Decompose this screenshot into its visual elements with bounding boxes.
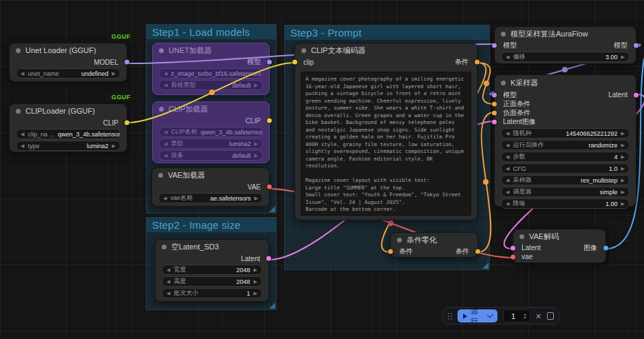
widget-scheduler[interactable]: 调度器 simple <box>501 187 630 197</box>
widget-control-after-generate[interactable]: 运行后操作 randomize <box>501 140 630 150</box>
run-button[interactable]: 运行 <box>458 309 497 322</box>
widget-clip-name[interactable]: clip_na ... qwen_3_4b.safetensors <box>16 129 120 139</box>
group-resize-handle[interactable] <box>482 263 489 269</box>
output-port-conditioning[interactable] <box>475 249 480 254</box>
widget-weight-dtype[interactable]: 剪枝类型 default <box>159 80 263 90</box>
decrement-icon[interactable] <box>506 54 509 59</box>
increment-icon[interactable] <box>621 54 625 59</box>
input-port-positive[interactable] <box>492 101 497 106</box>
node-unet-loader-gguf[interactable]: Unet Loader (GGUF) MODEL unet_name undef… <box>9 43 127 82</box>
decrement-icon[interactable] <box>164 83 167 88</box>
widget-steps[interactable]: 步数 4 <box>501 152 630 162</box>
decrement-icon[interactable] <box>164 153 167 158</box>
widget-ckpt-name[interactable]: z_image_turbo_bf16.safetensors <box>159 68 263 79</box>
input-port-latent[interactable] <box>511 245 515 250</box>
increment-icon[interactable] <box>621 178 625 183</box>
widget-vae-name[interactable]: vae名称 ae.safetensors <box>158 193 263 203</box>
output-port-clip[interactable] <box>267 119 272 123</box>
drag-handle-icon[interactable] <box>448 313 452 320</box>
collapse-dot-icon[interactable] <box>159 107 164 112</box>
increment-icon[interactable] <box>255 196 258 201</box>
increment-icon[interactable] <box>255 141 258 146</box>
decrement-icon[interactable] <box>506 131 509 136</box>
widget-type[interactable]: type lumina2 <box>16 141 120 151</box>
input-port-conditioning[interactable] <box>388 249 393 254</box>
decrement-icon[interactable] <box>21 71 24 76</box>
input-port-model[interactable] <box>492 43 497 48</box>
output-port-model[interactable] <box>125 60 129 65</box>
increment-icon[interactable] <box>112 71 116 76</box>
node-unet-loader-bypassed[interactable]: UNET加载器 模型 z_image_turbo_bf16.safetensor… <box>152 43 270 95</box>
node-empty-latent[interactable]: 空Latent_SD3 Latent 宽度 2048 高度 2048 批次大小 … <box>155 239 269 302</box>
decrement-icon[interactable] <box>21 143 24 148</box>
group-resize-handle[interactable] <box>269 302 275 309</box>
decrement-icon[interactable] <box>506 189 509 194</box>
increment-icon[interactable] <box>254 279 257 284</box>
widget-shift[interactable]: 偏移 3.00 <box>501 52 630 62</box>
widget-device[interactable]: 设备 default <box>159 150 263 161</box>
output-port-clip[interactable] <box>125 121 129 125</box>
input-port-model[interactable] <box>492 92 497 97</box>
decrement-icon[interactable] <box>506 178 509 183</box>
output-port-vae[interactable] <box>267 185 272 189</box>
group-step3-title[interactable]: Step3 - Prompt <box>285 25 489 40</box>
count-stepper[interactable]: ▴▾ <box>524 313 526 320</box>
increment-icon[interactable] <box>112 143 116 148</box>
step-down-icon[interactable]: ▾ <box>524 316 526 320</box>
node-clip-loader-bypassed[interactable]: CLIP加载器 CLIP CLIP名称 qwen_3_4b.safetensor… <box>152 101 270 163</box>
clear-queue-icon[interactable]: × <box>536 311 541 321</box>
increment-icon[interactable] <box>254 267 257 272</box>
node-conditioning-zero-out[interactable]: 条件零化 条件 条件 <box>390 232 478 258</box>
widget-denoise[interactable]: 降噪 1.00 <box>501 198 630 209</box>
decrement-icon[interactable] <box>163 196 167 201</box>
increment-icon[interactable] <box>621 166 625 171</box>
decrement-icon[interactable] <box>506 201 509 206</box>
widget-seed[interactable]: 随机种 145406625221292 <box>501 128 630 138</box>
output-port-model[interactable] <box>267 60 272 65</box>
group-step1-title[interactable]: Step1 - Load models <box>147 25 276 39</box>
decrement-icon[interactable] <box>506 143 509 147</box>
decrement-icon[interactable] <box>164 130 167 134</box>
decrement-icon[interactable] <box>506 154 509 159</box>
input-port-clip[interactable] <box>292 60 297 65</box>
collapse-dot-icon[interactable] <box>501 81 506 85</box>
node-cliploader-gguf[interactable]: CLIPLoader (GGUF) CLIP clip_na ... qwen_… <box>9 103 127 152</box>
node-vae-loader[interactable]: VAE加载器 VAE vae名称 ae.safetensors <box>151 167 270 207</box>
decrement-icon[interactable] <box>506 166 509 171</box>
widget-width[interactable]: 宽度 2048 <box>162 265 262 275</box>
widget-unet-name[interactable]: unet_name undefined <box>16 68 120 79</box>
input-port-latent-image[interactable] <box>492 119 497 124</box>
increment-icon[interactable] <box>254 291 257 296</box>
increment-icon[interactable] <box>255 153 258 158</box>
widget-type[interactable]: 类型 lumina2 <box>159 138 263 149</box>
node-vae-decode[interactable]: VAE解码 Latent 图像 vae <box>513 229 606 263</box>
collapse-dot-icon[interactable] <box>301 48 306 53</box>
node-ksampler[interactable]: K采样器 模型 正面条件 负面条件 Latent图像 Latent 随机种 14… <box>494 74 636 207</box>
collapse-dot-icon[interactable] <box>519 234 524 239</box>
increment-icon[interactable] <box>621 201 625 206</box>
input-port-vae[interactable] <box>511 254 515 259</box>
collapse-dot-icon[interactable] <box>16 109 21 114</box>
widget-sampler-name[interactable]: 采样器 res_multistep <box>501 175 630 185</box>
decrement-icon[interactable] <box>167 279 170 284</box>
increment-icon[interactable] <box>621 189 625 194</box>
decrement-icon[interactable] <box>164 141 167 146</box>
decrement-icon[interactable] <box>167 267 170 272</box>
widget-height[interactable]: 高度 2048 <box>162 276 262 287</box>
increment-icon[interactable] <box>255 83 258 88</box>
collapse-dot-icon[interactable] <box>162 245 167 249</box>
widget-batch-size[interactable]: 批次大小 1 <box>162 288 262 298</box>
collapse-dot-icon[interactable] <box>159 48 164 53</box>
widget-clip-name[interactable]: CLIP名称 qwen_3_4b.safetensors <box>159 127 263 137</box>
node-model-sampling-auraflow[interactable]: 模型采样算法AuraFlow 模型 模型 偏移 3.00 <box>494 26 636 64</box>
decrement-icon[interactable] <box>21 132 24 136</box>
prompt-textarea[interactable]: A magazine cover photography of a smilin… <box>301 72 471 216</box>
group-resize-handle[interactable] <box>269 206 275 212</box>
collapse-dot-icon[interactable] <box>16 48 21 53</box>
output-port-latent[interactable] <box>266 256 271 261</box>
node-clip-text-encode[interactable]: CLIP文本编码器 clip 条件 A magazine cover photo… <box>294 43 477 220</box>
output-port-latent[interactable] <box>634 92 638 97</box>
input-port-negative[interactable] <box>492 110 497 115</box>
increment-icon[interactable] <box>621 154 625 159</box>
collapse-dot-icon[interactable] <box>501 32 506 37</box>
